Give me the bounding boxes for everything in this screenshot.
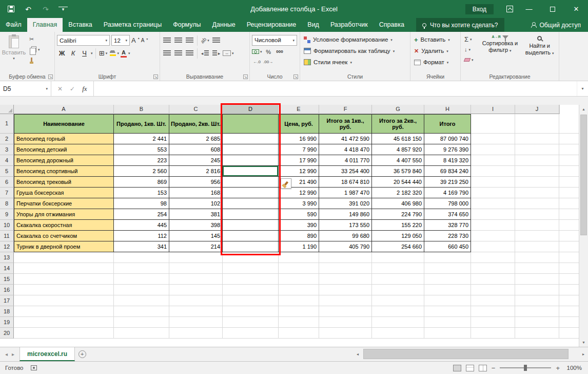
cell-B6[interactable]: 869 — [114, 177, 169, 188]
cell-D4[interactable] — [223, 155, 279, 166]
cell-A4[interactable]: Велосипед дорожный — [14, 155, 114, 166]
cell-C14[interactable] — [169, 263, 223, 274]
cell-G20[interactable] — [372, 328, 424, 339]
cell-H13[interactable] — [424, 252, 471, 263]
cell-B3[interactable]: 553 — [114, 144, 169, 155]
cell-I6[interactable] — [471, 177, 515, 188]
cell-I2[interactable] — [471, 134, 515, 144]
ribbon-display-options-button[interactable] — [502, 0, 517, 18]
cell-A18[interactable] — [14, 306, 114, 317]
copy-button[interactable]: ▾ — [28, 44, 42, 54]
zoom-level[interactable]: 100% — [564, 365, 582, 371]
cell-G12[interactable]: 254 660 — [372, 241, 424, 252]
cell-D8[interactable] — [223, 198, 279, 209]
cell-G17[interactable] — [372, 295, 424, 306]
cell-G14[interactable] — [372, 263, 424, 274]
fill-color-button[interactable] — [110, 50, 116, 56]
sheet-nav-right-icon[interactable]: ▸ — [12, 351, 14, 357]
cell-F12[interactable]: 405 790 — [319, 241, 372, 252]
align-left-button[interactable] — [162, 48, 172, 59]
cell-B8[interactable]: 98 — [114, 198, 169, 209]
cell-D2[interactable] — [223, 134, 279, 144]
clipboard-dialog-launcher[interactable]: ↘ — [48, 74, 53, 79]
row-header-19[interactable]: 19 — [0, 317, 14, 328]
cell-F15[interactable] — [319, 274, 372, 285]
cell-C9[interactable]: 381 — [169, 209, 223, 220]
cell-H14[interactable] — [424, 263, 471, 274]
cell-J14[interactable] — [515, 263, 559, 274]
cell-C5[interactable]: 2 816 — [169, 166, 223, 177]
cell-I19[interactable] — [471, 317, 515, 328]
cell-J8[interactable] — [515, 198, 559, 209]
column-header-F[interactable]: F — [319, 105, 372, 114]
cell-F17[interactable] — [319, 295, 372, 306]
undo-button[interactable]: ↶ — [24, 5, 33, 14]
cell-H18[interactable] — [424, 306, 471, 317]
cell-A7[interactable]: Груша боксерская — [14, 188, 114, 198]
cell-styles-button[interactable]: Стили ячеек ▾ — [302, 57, 408, 68]
cell-B13[interactable] — [114, 252, 169, 263]
redo-button[interactable]: ↷ — [41, 5, 50, 14]
zoom-in-button[interactable]: + — [556, 364, 560, 372]
new-sheet-button[interactable]: + — [75, 347, 89, 361]
normal-view-button[interactable] — [453, 365, 461, 371]
cell-B2[interactable]: 2 441 — [114, 134, 169, 144]
cell-B7[interactable]: 153 — [114, 188, 169, 198]
row-header-15[interactable]: 15 — [0, 274, 14, 285]
cell-A6[interactable]: Велосипед трековый — [14, 177, 114, 188]
scroll-up-icon[interactable]: ▲ — [579, 105, 588, 114]
cell-C8[interactable]: 102 — [169, 198, 223, 209]
cell-B18[interactable] — [114, 306, 169, 317]
cell-D7[interactable] — [223, 188, 279, 198]
minimize-button[interactable]: — — [517, 0, 541, 18]
cell-E17[interactable] — [279, 295, 319, 306]
conditional-formatting-button[interactable]: Условное форматирование ▾ — [302, 34, 408, 45]
row-header-8[interactable]: 8 — [0, 198, 14, 209]
cell-B1[interactable]: Продано, 1кв. Шт. — [114, 114, 169, 134]
column-header-H[interactable]: H — [424, 105, 471, 114]
row-header-18[interactable]: 18 — [0, 306, 14, 317]
row-header-4[interactable]: 4 — [0, 155, 14, 166]
cell-I16[interactable] — [471, 285, 515, 295]
row-header-3[interactable]: 3 — [0, 144, 14, 155]
cell-B14[interactable] — [114, 263, 169, 274]
expand-formula-bar-button[interactable]: ▾ — [577, 81, 588, 96]
sheet-nav-left-icon[interactable]: ◂ — [5, 351, 8, 357]
cell-A11[interactable]: Скакалка со счетчиком — [14, 231, 114, 241]
cell-C3[interactable]: 608 — [169, 144, 223, 155]
cell-E16[interactable] — [279, 285, 319, 295]
cell-D6[interactable] — [223, 177, 279, 188]
cell-H17[interactable] — [424, 295, 471, 306]
tab-Вставка[interactable]: Вставка — [63, 18, 97, 32]
maximize-button[interactable] — [541, 0, 564, 18]
cell-F16[interactable] — [319, 285, 372, 295]
cell-C17[interactable] — [169, 295, 223, 306]
cell-C2[interactable]: 2 685 — [169, 134, 223, 144]
cell-G16[interactable] — [372, 285, 424, 295]
cell-E3[interactable]: 7 990 — [279, 144, 319, 155]
cell-G15[interactable] — [372, 274, 424, 285]
cell-D13[interactable] — [223, 252, 279, 263]
zoom-out-button[interactable]: − — [492, 364, 496, 372]
cell-B15[interactable] — [114, 274, 169, 285]
cell-C10[interactable]: 398 — [169, 220, 223, 231]
cell-C18[interactable] — [169, 306, 223, 317]
cell-F5[interactable]: 33 254 400 — [319, 166, 372, 177]
cell-I9[interactable] — [471, 209, 515, 220]
cell-I4[interactable] — [471, 155, 515, 166]
cell-J2[interactable] — [515, 134, 559, 144]
cell-B16[interactable] — [114, 285, 169, 295]
cell-H19[interactable] — [424, 317, 471, 328]
cell-F1[interactable]: Итого за 1кв., руб. — [319, 114, 372, 134]
sheet-tab-microexcel[interactable]: microexcel.ru — [19, 347, 75, 361]
scroll-right-icon[interactable]: ▸ — [579, 347, 588, 361]
cell-J3[interactable] — [515, 144, 559, 155]
cell-C11[interactable]: 145 — [169, 231, 223, 241]
cut-button[interactable]: ✂ — [28, 34, 42, 44]
cell-J18[interactable] — [515, 306, 559, 317]
cell-A14[interactable] — [14, 263, 114, 274]
tab-Справка[interactable]: Справка — [374, 18, 410, 32]
decrease-decimal-button[interactable]: .00→ — [263, 56, 273, 67]
format-cells-button[interactable]: Формат ▾ — [413, 57, 458, 68]
merge-center-button[interactable]: ↔▾ — [223, 48, 234, 59]
